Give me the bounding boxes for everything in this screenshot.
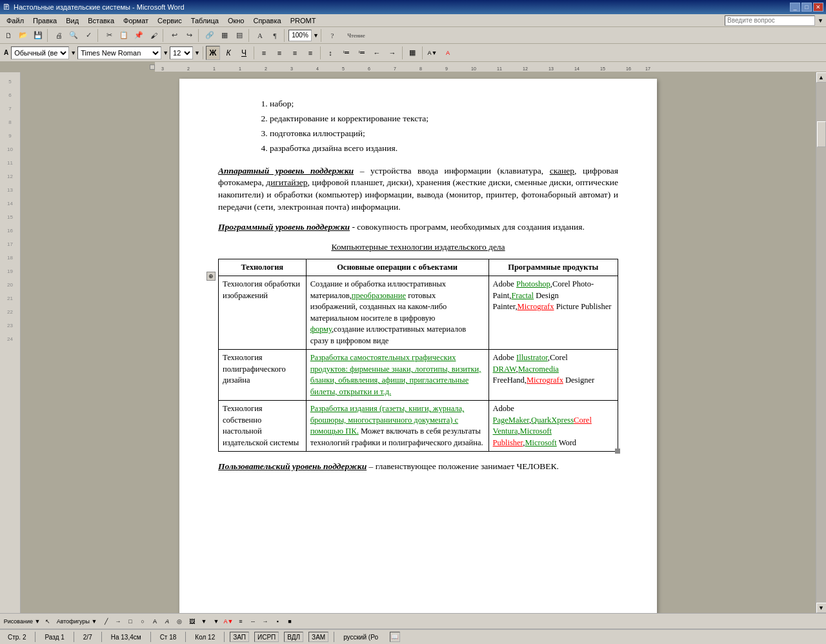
ruler-mark-5: 5 — [342, 66, 345, 71]
status-ovr[interactable]: ЗАМ — [308, 632, 328, 642]
dash-style-tool[interactable]: -- — [247, 616, 259, 627]
status-fix[interactable]: ИСРП — [254, 632, 279, 642]
show-para-button[interactable]: ¶ — [268, 28, 282, 43]
window-controls[interactable]: _ □ ✕ — [790, 3, 823, 12]
status-rec[interactable]: ЗАП — [230, 632, 249, 642]
decrease-indent-button[interactable]: ← — [370, 46, 384, 60]
status-dict-icon[interactable]: 📖 — [390, 632, 400, 642]
help-search-input[interactable] — [725, 15, 815, 26]
3d-tool[interactable]: ■ — [284, 616, 296, 627]
print-preview-button[interactable]: 🔍 — [66, 28, 81, 43]
shadow-tool[interactable]: ▪ — [272, 616, 283, 627]
cut-button[interactable]: ✂ — [102, 28, 116, 43]
font-color-tool[interactable]: A▼ — [223, 616, 234, 627]
ruler-mark-2b: 2 — [265, 66, 267, 71]
line-tool[interactable]: ╱ — [100, 616, 112, 627]
textbox-tool[interactable]: A — [149, 616, 161, 627]
rect-tool[interactable]: □ — [125, 616, 136, 627]
italic-button[interactable]: К — [221, 46, 236, 60]
undo-button[interactable]: ↩ — [167, 28, 181, 43]
scroll-thumb[interactable] — [817, 121, 826, 147]
bold-button[interactable]: Ж — [206, 46, 220, 60]
status-position: На 13,4см — [107, 634, 145, 641]
line-num-2: 6 — [8, 92, 11, 98]
reading-button[interactable]: Чтение — [340, 28, 372, 43]
ruler-mark-15: 15 — [600, 66, 605, 71]
save-button[interactable]: 💾 — [31, 28, 45, 43]
oval-tool[interactable]: ○ — [137, 616, 148, 627]
font-color-button[interactable]: A — [441, 46, 455, 60]
clipart-tool[interactable]: 🖼 — [186, 616, 197, 627]
ruler-mark-12: 12 — [523, 66, 528, 71]
fmt-sep-2 — [254, 46, 254, 59]
toolbar-sep-6 — [284, 29, 287, 42]
status-ext[interactable]: ВДЛ — [284, 632, 303, 642]
wordart-tool[interactable]: A — [161, 616, 173, 627]
maximize-button[interactable]: □ — [801, 3, 812, 12]
columns-button[interactable]: ▤ — [232, 28, 247, 43]
font-selector[interactable]: Times New Roman — [77, 46, 161, 59]
table-move-handle[interactable]: ⊕ — [206, 272, 216, 281]
menu-tools[interactable]: Сервис — [154, 15, 186, 26]
menu-format[interactable]: Формат — [119, 15, 152, 26]
redo-button[interactable]: ↪ — [182, 28, 196, 43]
line-style-tool[interactable]: ≡ — [235, 616, 247, 627]
menu-table[interactable]: Таблица — [187, 15, 223, 26]
draw-button[interactable]: Рисование ▼ — [3, 616, 41, 627]
numbering-button[interactable]: ≔ — [354, 46, 368, 60]
table-resize-handle[interactable] — [615, 448, 620, 454]
menu-file[interactable]: Файл — [3, 15, 28, 26]
line-color-tool[interactable]: ▼ — [210, 616, 222, 627]
select-button[interactable]: ↖ — [42, 616, 54, 627]
autoshapes-button[interactable]: Автофигуры ▼ — [54, 616, 99, 627]
scroll-track[interactable] — [816, 83, 827, 603]
help-search-area: ▼ — [725, 15, 823, 26]
arrow-tool[interactable]: → — [112, 616, 124, 627]
align-right-button[interactable]: ≡ — [288, 46, 302, 60]
border-button[interactable]: ▦ — [405, 46, 419, 60]
increase-indent-button[interactable]: → — [385, 46, 399, 60]
new-button[interactable]: 🗋 — [1, 28, 15, 43]
drawing-button[interactable]: A — [253, 28, 267, 43]
fill-color-tool[interactable]: ▼ — [198, 616, 210, 627]
scroll-up-button[interactable]: ▲ — [816, 72, 827, 83]
hyperlink-button[interactable]: 🔗 — [203, 28, 217, 43]
open-button[interactable]: 📂 — [16, 28, 30, 43]
copy-button[interactable]: 📋 — [117, 28, 131, 43]
line-spacing-button[interactable]: ↕ — [323, 46, 337, 60]
paste-button[interactable]: 📌 — [132, 28, 146, 43]
ruler-content: 3 2 1 1 2 3 4 5 6 7 8 9 10 11 12 13 14 1… — [155, 62, 826, 72]
status-page: Стр. 2 — [4, 634, 30, 641]
underline-button[interactable]: Ч — [237, 46, 251, 60]
style-selector[interactable]: Обычный (веб) — [11, 46, 69, 59]
print-button[interactable]: 🖨 — [52, 28, 66, 43]
scroll-down-button[interactable]: ▼ — [816, 603, 827, 613]
fmt-sep-5 — [422, 46, 423, 59]
bullets-button[interactable]: ≔ — [339, 46, 353, 60]
format-painter-button[interactable]: 🖌 — [146, 28, 161, 43]
zoom-input[interactable] — [288, 30, 312, 41]
align-center-button[interactable]: ≡ — [272, 46, 287, 60]
menu-bar: Файл Правка Вид Вставка Формат Сервис Та… — [0, 14, 826, 27]
close-button[interactable]: ✕ — [813, 3, 823, 12]
menu-promt[interactable]: PROMT — [287, 15, 320, 26]
align-left-button[interactable]: ≡ — [257, 46, 271, 60]
menu-insert[interactable]: Вставка — [84, 15, 118, 26]
help-button[interactable]: ? — [325, 28, 339, 43]
spell-button[interactable]: ✓ — [81, 28, 96, 43]
font-size-selector[interactable]: 12 — [170, 46, 193, 59]
align-justify-button[interactable]: ≡ — [303, 46, 317, 60]
menu-edit[interactable]: Правка — [29, 15, 61, 26]
ruler-indent-marker[interactable] — [150, 65, 155, 70]
menu-window[interactable]: Окно — [224, 15, 248, 26]
document-container[interactable]: набор; редактирование и корректирование … — [21, 72, 816, 613]
highlight-button[interactable]: A▼ — [425, 46, 439, 60]
minimize-button[interactable]: _ — [790, 3, 800, 12]
right-scrollbar[interactable]: ▲ ▼ — [816, 72, 826, 613]
diagram-tool[interactable]: ◎ — [174, 616, 185, 627]
arrow-style-tool[interactable]: → — [259, 616, 271, 627]
tables-button[interactable]: ▦ — [217, 28, 232, 43]
menu-view[interactable]: Вид — [62, 15, 83, 26]
menu-help[interactable]: Справка — [249, 15, 285, 26]
status-sep-1 — [35, 632, 35, 642]
